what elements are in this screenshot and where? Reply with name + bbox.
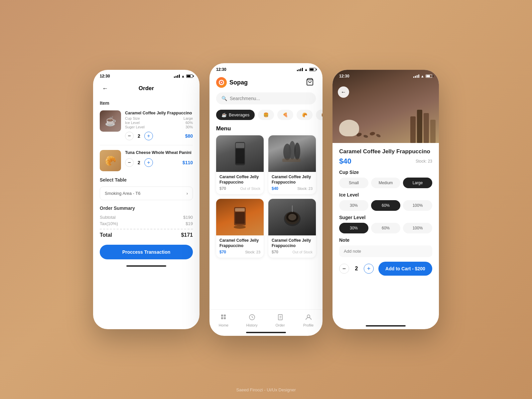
search-input[interactable] (230, 96, 311, 101)
ice-level-row: Ice Level 60% (125, 121, 193, 125)
category-croissant[interactable]: 🥐 (297, 110, 313, 120)
sugar-level-section: Suger Level 30% 60% 100% (339, 215, 432, 233)
ice-100[interactable]: 100% (403, 200, 432, 211)
category-box[interactable]: 📦 (316, 110, 323, 120)
deco-bottle-3 (424, 113, 429, 143)
menu-stock-3: Stock: 23 (245, 250, 260, 254)
product-stock: Stock: 23 (416, 159, 432, 164)
sugar-level-value: 30% (186, 125, 193, 129)
svg-point-9 (294, 143, 300, 160)
nav-order[interactable]: Order (266, 312, 294, 329)
menu-grid: Caramel Coffee Jelly Frappuccino $70 Out… (209, 135, 323, 258)
qty-increase-detail[interactable]: + (364, 264, 374, 274)
total-value: $171 (181, 232, 193, 238)
cup-size-section: Cup Size Small Medium Large (339, 170, 432, 188)
svg-rect-12 (235, 208, 245, 211)
ice-level-options: 30% 60% 100% (339, 200, 432, 211)
menu-price-1: $70 (219, 186, 226, 191)
status-bar-2: 12:30 ▲ (209, 63, 323, 74)
menu-card-1[interactable]: Caramel Coffee Jelly Frappuccino $70 Out… (216, 135, 264, 194)
product-detail-content: Caramel Coffee Jelly Frappuccino $40 Sto… (332, 143, 439, 323)
ice-30[interactable]: 30% (339, 200, 368, 211)
category-burger[interactable]: 🍔 (258, 110, 274, 120)
note-input[interactable] (339, 245, 432, 257)
qty-decrease-2[interactable]: − (125, 158, 134, 167)
product-hero-image: 12:30 ▲ ← (332, 70, 439, 143)
nav-history[interactable]: History (238, 312, 266, 329)
menu-card-2[interactable]: Caramel Coffee Jelly Frappuccino $40 Sto… (268, 135, 316, 194)
nav-profile[interactable]: Profile (294, 312, 323, 329)
home-indicator-1 (126, 265, 166, 267)
latte-svg (231, 204, 249, 230)
signal-bar-2-2 (299, 69, 300, 71)
cup-size-label: Cup Size (125, 116, 140, 120)
item-image-coffee: ☕ (100, 110, 121, 132)
search-bar[interactable]: 🔍 (216, 92, 316, 104)
table-selector[interactable]: Smoking Area - T6 › (100, 187, 193, 200)
card-inner-3 (216, 199, 264, 235)
menu-card-info-1: Caramel Coffee Jelly Frappuccino $70 Out… (216, 172, 264, 194)
card-inner-4 (268, 199, 316, 235)
category-pizza[interactable]: 🍕 (277, 110, 293, 120)
svg-rect-10 (282, 159, 301, 162)
signal-bar-2-3 (300, 68, 301, 71)
spacer (209, 258, 323, 309)
menu-card-info-3: Caramel Coffee Jelly Frappuccino $70 Sto… (216, 235, 264, 258)
sugar-60[interactable]: 60% (371, 223, 400, 233)
svg-line-26 (252, 317, 253, 318)
qty-controls-1: − 2 + $80 (125, 132, 193, 140)
battery-fill-1 (187, 75, 191, 77)
svg-rect-5 (236, 143, 244, 148)
card-inner-1 (216, 135, 264, 172)
cup-size-value: Large (184, 116, 193, 120)
menu-price-2: $40 (272, 186, 278, 191)
menu-card-bottom-3: $70 Stock: 23 (219, 250, 260, 254)
cart-button[interactable] (304, 76, 316, 88)
add-to-cart-button[interactable]: Add to Cart - $200 (378, 262, 432, 276)
cup-size-medium[interactable]: Medium (371, 178, 400, 188)
product-back-button[interactable]: ← (338, 86, 349, 98)
nav-profile-label: Profile (303, 323, 314, 327)
qty-controls-2: − 2 + $110 (125, 158, 193, 167)
burger-icon: 🍔 (263, 112, 269, 117)
sugar-30[interactable]: 30% (339, 223, 368, 233)
card-inner-2 (268, 135, 316, 172)
cup-size-small[interactable]: Small (339, 178, 368, 188)
signal-bar-3 (177, 75, 178, 78)
app-header: Sopag (209, 74, 323, 92)
menu-card-img-1 (216, 135, 264, 172)
profile-icon (305, 314, 312, 323)
nav-home[interactable]: Home (209, 312, 238, 329)
sugar-100[interactable]: 100% (403, 223, 432, 233)
cup-size-large[interactable]: Large (403, 178, 432, 188)
add-to-cart-row: − 2 + Add to Cart - $200 (339, 262, 432, 276)
app-name: Sopag (229, 79, 248, 86)
croissant-icon: 🥐 (302, 112, 307, 117)
signal-bars-3 (413, 74, 419, 78)
qty-increase-2[interactable]: + (144, 158, 153, 167)
qty-decrease-detail[interactable]: − (339, 264, 349, 274)
battery-icon-1 (186, 74, 193, 78)
svg-rect-22 (221, 317, 223, 319)
back-button[interactable]: ← (100, 83, 110, 94)
home-icon (220, 314, 227, 323)
svg-rect-6 (236, 149, 244, 164)
svg-point-2 (221, 82, 222, 83)
svg-point-32 (363, 134, 368, 138)
menu-card-bottom-1: $70 Out of Stock (219, 186, 260, 191)
qty-decrease-1[interactable]: − (125, 132, 134, 140)
beverages-icon: ☕ (221, 112, 227, 117)
sugar-level-options: 30% 60% 100% (339, 223, 432, 233)
menu-card-3[interactable]: Caramel Coffee Jelly Frappuccino $70 Sto… (216, 199, 264, 258)
ice-level-option-label: Ice Level (339, 192, 432, 198)
footer-credit: Saeed Firoozi - Ui/Ux Designer (236, 387, 296, 392)
ice-60[interactable]: 60% (371, 200, 400, 211)
order-summary: Subtotal $190 Tax(10%) $19 Total $171 (93, 212, 200, 241)
signal-bar-2-1 (297, 70, 298, 71)
menu-card-4[interactable]: Caramel Coffee Jelly Frappuccino $70 Out… (268, 199, 316, 258)
process-transaction-button[interactable]: Proccess Transaction (100, 245, 193, 259)
category-scroll: ☕ Beverages 🍔 🍕 🥐 📦 (209, 108, 323, 124)
history-svg (248, 314, 256, 321)
qty-increase-1[interactable]: + (144, 132, 153, 140)
category-beverages[interactable]: ☕ Beverages (216, 110, 255, 120)
